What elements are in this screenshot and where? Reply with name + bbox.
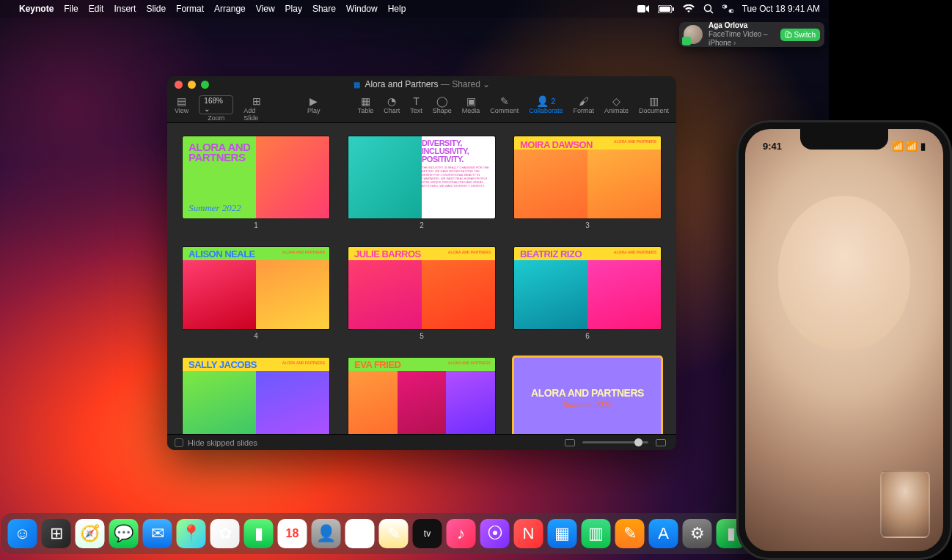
menu-insert[interactable]: Insert [114, 4, 136, 14]
iphone-screen: 9:41 📶 📶 ▮ [745, 129, 943, 551]
svg-rect-3 [673, 7, 674, 11]
switch-button[interactable]: Switch [780, 29, 820, 41]
menu-format[interactable]: Format [176, 4, 204, 14]
dock-pages[interactable]: ✎ [615, 519, 645, 548]
menu-edit[interactable]: Edit [89, 4, 104, 14]
wifi-status-icon[interactable] [683, 4, 695, 13]
svg-point-7 [724, 6, 726, 8]
toolbar-animate[interactable]: ◇Animate [604, 94, 629, 114]
dock-launchpad[interactable]: ⊞ [42, 519, 71, 548]
facetime-pip[interactable] [880, 471, 930, 538]
dock-facetime[interactable]: ▮ [244, 519, 274, 548]
statusbar: Hide skipped slides [167, 434, 676, 450]
dock-notes[interactable]: ✎ [379, 519, 409, 548]
toolbar-format[interactable]: 🖌Format [573, 94, 594, 114]
spotlight-icon[interactable] [703, 4, 714, 14]
toolbar-play[interactable]: ▶Play [307, 94, 321, 114]
slide-thumbnail[interactable]: JULIE BARROSALORA AND PARTNERS 5 [348, 247, 495, 340]
contact-avatar [684, 25, 703, 44]
slide-thumbnail[interactable]: BEATRIZ RIZOALORA AND PARTNERS 6 [514, 247, 661, 340]
control-center-icon[interactable] [722, 4, 733, 13]
dock-maps[interactable]: 📍 [177, 519, 206, 548]
svg-line-5 [710, 11, 713, 14]
dock-news[interactable]: N [514, 519, 543, 548]
menu-window[interactable]: Window [346, 4, 378, 14]
slide-thumbnail[interactable]: DIVERSITY, INCLUSIVITY, POSITIVITY.THE I… [348, 136, 495, 229]
chevron-down-icon: ⌄ [204, 105, 210, 113]
svg-rect-11 [788, 33, 791, 37]
iphone-time: 9:41 [763, 141, 782, 152]
menu-help[interactable]: Help [388, 4, 406, 14]
slide-thumbnail[interactable]: ALORA AND PARTNERSSummer 2022 1 [183, 136, 329, 229]
zoom-slider[interactable] [582, 441, 648, 443]
menu-slide[interactable]: Slide [146, 4, 166, 14]
slide-number: 2 [420, 221, 424, 229]
menu-arrange[interactable]: Arrange [214, 4, 246, 14]
chevron-right-icon: › [733, 39, 736, 47]
facetime-status-icon[interactable] [637, 4, 649, 13]
dock-reminders[interactable]: ☰ [345, 519, 375, 548]
toolbar-collaborate[interactable]: 👤2Collaborate [529, 94, 563, 114]
iphone-device: 9:41 📶 📶 ▮ [736, 120, 952, 560]
dock-finder[interactable]: ☺ [8, 519, 37, 548]
slide-number: 1 [254, 221, 258, 229]
toolbar-chart[interactable]: ◔Chart [384, 94, 400, 114]
chevron-down-icon: ⌄ [483, 79, 490, 89]
dock-messages[interactable]: 💬 [109, 519, 139, 548]
dock-settings[interactable]: ⚙ [683, 519, 712, 548]
handoff-banner[interactable]: Aga Orlova FaceTime Video – iPhone › Swi… [679, 22, 824, 47]
menu-share[interactable]: Share [312, 4, 336, 14]
toolbar-text[interactable]: TText [410, 94, 422, 114]
window-title: ▦ Alora and Partners — Shared ⌄ [167, 79, 676, 89]
app-menu[interactable]: Keynote [19, 4, 54, 14]
dock-podcasts[interactable]: ⦿ [480, 519, 510, 548]
battery-status-icon[interactable] [658, 5, 674, 13]
slide-number: 6 [585, 332, 590, 340]
toolbar-zoom[interactable]: 168% ⌄Zoom [199, 94, 233, 122]
dock: ☺ ⊞ 🧭 💬 ✉ 📍 ✿ ▮ 18 👤 ☰ ✎ tv ♪ ⦿ N ▦ ▥ ✎ … [1, 513, 829, 554]
slide-thumbnail[interactable]: SALLY JACOBSALORA AND PARTNERS 7 [183, 358, 329, 434]
toolbar-shape[interactable]: ◯Shape [433, 94, 452, 114]
desktop: Keynote File Edit Insert Slide Format Ar… [0, 0, 829, 560]
dock-calendar[interactable]: 18 [278, 519, 307, 548]
menu-view[interactable]: View [256, 4, 275, 14]
menu-play[interactable]: Play [285, 4, 302, 14]
toolbar-document[interactable]: ▥Document [639, 94, 669, 114]
dock-photos[interactable]: ✿ [210, 519, 240, 548]
keynote-window: ▦ Alora and Partners — Shared ⌄ ▤View 16… [167, 76, 676, 450]
slide-thumbnail[interactable]: ALISON NEALEALORA AND PARTNERS 4 [183, 247, 329, 340]
light-table-view[interactable]: ALORA AND PARTNERSSummer 2022 1 DIVERSIT… [167, 123, 676, 434]
titlebar[interactable]: ▦ Alora and Partners — Shared ⌄ [167, 76, 676, 92]
slide-thumbnail[interactable]: EVA FRIEDALORA AND PARTNERS 8 [348, 358, 495, 434]
toolbar-comment[interactable]: ✎Comment [490, 94, 519, 114]
iphone-notch [800, 129, 888, 150]
iphone-status-icons: 📶 📶 ▮ [892, 141, 926, 152]
toolbar-media[interactable]: ▣Media [462, 94, 480, 114]
toolbar-view[interactable]: ▤View [175, 94, 188, 114]
slide-thumbnail[interactable]: ALORA AND PARTNERSSummer 2022 9 [514, 358, 661, 434]
slide-number: 3 [585, 221, 590, 229]
dock-numbers[interactable]: ▥ [582, 519, 611, 548]
dock-keynote[interactable]: ▦ [548, 519, 577, 548]
dock-tv[interactable]: tv [413, 519, 442, 548]
dock-mail[interactable]: ✉ [143, 519, 172, 548]
slide-number: 4 [254, 332, 258, 340]
zoom-out-icon[interactable] [565, 439, 575, 446]
handoff-name: Aga Orlova [708, 21, 780, 30]
toolbar-table[interactable]: ▦Table [358, 94, 374, 114]
menu-file[interactable]: File [64, 4, 78, 14]
svg-point-9 [729, 10, 731, 12]
hide-skipped-checkbox[interactable] [175, 438, 183, 447]
dock-appstore[interactable]: A [649, 519, 678, 548]
toolbar: ▤View 168% ⌄Zoom ⊞Add Slide ▶Play ▦Table… [167, 92, 676, 123]
menubar-clock[interactable]: Tue Oct 18 9:41 AM [742, 4, 820, 14]
svg-point-4 [704, 5, 711, 12]
svg-rect-2 [659, 7, 670, 12]
document-icon: ▦ [354, 81, 360, 89]
toolbar-add-slide[interactable]: ⊞Add Slide [244, 94, 270, 122]
dock-contacts[interactable]: 👤 [312, 519, 341, 548]
slide-thumbnail[interactable]: MOIRA DAWSONALORA AND PARTNERS 3 [514, 136, 661, 229]
dock-safari[interactable]: 🧭 [76, 519, 105, 548]
zoom-in-icon[interactable] [656, 439, 666, 446]
dock-music[interactable]: ♪ [447, 519, 476, 548]
